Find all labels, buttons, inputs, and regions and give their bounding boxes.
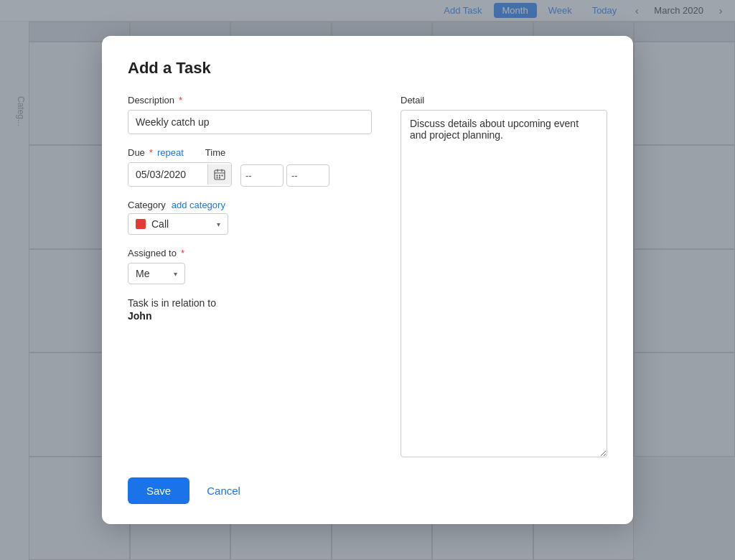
modal-title: Add a Task (128, 59, 607, 78)
time-label-text: Time (205, 147, 225, 158)
detail-label: Detail (401, 95, 607, 106)
calendar-icon (214, 169, 225, 180)
assigned-select[interactable]: Me ▾ (128, 263, 185, 284)
detail-textarea[interactable] (401, 110, 607, 457)
modal-left-column: Description* Due* repeat Time (128, 95, 372, 457)
description-label: Description* (128, 95, 372, 106)
category-chevron-icon: ▾ (217, 220, 220, 228)
due-time-row: -- -- (128, 162, 372, 187)
repeat-link[interactable]: repeat (157, 147, 184, 158)
relation-label-text: Task is in relation to (128, 297, 372, 309)
assigned-chevron-icon: ▾ (174, 270, 177, 278)
time-row: -- -- (240, 164, 329, 187)
assigned-value-text: Me (136, 268, 169, 279)
assigned-label-row: Assigned to* (128, 248, 372, 258)
svg-rect-5 (219, 175, 220, 177)
modal-footer: Save Cancel (128, 477, 607, 504)
relation-value-text: John (128, 310, 372, 322)
cancel-button[interactable]: Cancel (201, 477, 246, 504)
due-label-row: Due* repeat Time (128, 147, 372, 158)
save-button[interactable]: Save (128, 477, 189, 504)
due-date-wrapper (128, 162, 232, 187)
due-date-input[interactable] (128, 163, 207, 186)
description-input[interactable] (128, 110, 372, 134)
modal-body: Description* Due* repeat Time (128, 95, 607, 457)
category-field-group: Category add category Call ▾ (128, 200, 372, 235)
category-label-text: Category (128, 200, 166, 210)
assigned-required-indicator: * (181, 248, 184, 258)
calendar-icon-button[interactable] (207, 164, 231, 185)
svg-rect-7 (217, 177, 218, 179)
assigned-label-text: Assigned to (128, 248, 177, 258)
time-minute-select[interactable]: -- (286, 164, 329, 187)
category-value-text: Call (151, 218, 211, 230)
svg-rect-8 (219, 177, 220, 179)
time-hour-select[interactable]: -- (240, 164, 284, 187)
add-category-link[interactable]: add category (172, 200, 225, 210)
svg-rect-6 (222, 175, 223, 177)
assigned-to-field-group: Assigned to* Me ▾ (128, 248, 372, 284)
add-task-modal: Add a Task Description* Due* repeat (102, 36, 633, 524)
description-label-text: Description (128, 95, 174, 106)
modal-right-column: Detail (401, 95, 607, 457)
category-select[interactable]: Call ▾ (128, 213, 228, 235)
due-field-group: Due* repeat Time (128, 147, 372, 187)
modal-overlay: Add a Task Description* Due* repeat (0, 0, 735, 560)
required-indicator: * (179, 95, 182, 106)
category-label-row: Category add category (128, 200, 372, 210)
due-required-indicator: * (149, 147, 153, 158)
description-field-group: Description* (128, 95, 372, 134)
due-label-text: Due (128, 147, 145, 158)
svg-rect-4 (217, 175, 218, 177)
category-color-dot (136, 219, 146, 229)
relation-field-group: Task is in relation to John (128, 297, 372, 322)
